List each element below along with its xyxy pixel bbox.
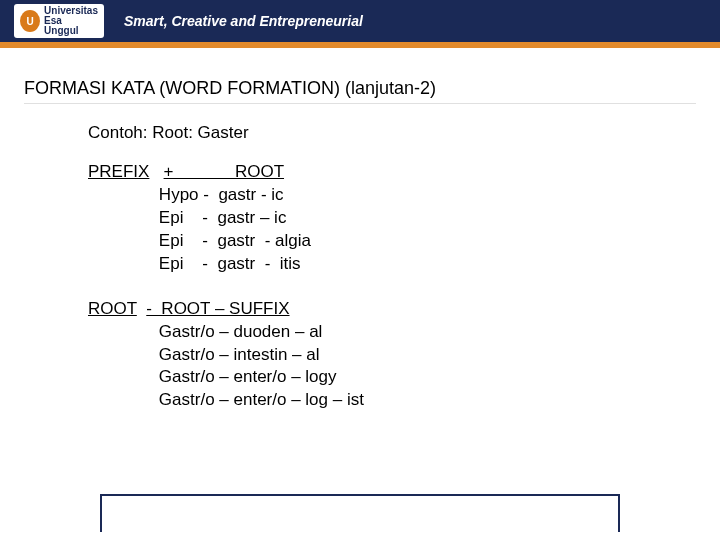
tagline-text: Smart, Creative and Entrepreneurial — [124, 13, 363, 29]
header-bar: U Universitas Esa Unggul Smart, Creative… — [0, 0, 720, 42]
university-logo: U Universitas Esa Unggul — [14, 4, 104, 38]
prefix-header-right: + ROOT — [164, 162, 284, 181]
logo-main-text: Esa Unggul — [44, 16, 98, 36]
prefix-header-left: PREFIX — [88, 162, 149, 181]
body-text: Contoh: Root: Gaster PREFIX + ROOT Hypo … — [24, 122, 696, 412]
section1-line: Epi - gastr - itis — [88, 253, 696, 276]
root-header-left: ROOT — [88, 299, 137, 318]
section1-line: Epi - gastr - algia — [88, 230, 696, 253]
section2-header: ROOT - ROOT – SUFFIX — [88, 298, 696, 321]
section1-line: Epi - gastr – ic — [88, 207, 696, 230]
root-header-right: - ROOT – SUFFIX — [146, 299, 289, 318]
section2-line: Gastr/o – intestin – al — [88, 344, 696, 367]
section2-line: Gastr/o – enter/o – logy — [88, 366, 696, 389]
section1-line: Hypo - gastr - ic — [88, 184, 696, 207]
section1-header: PREFIX + ROOT — [88, 161, 696, 184]
footer-box — [100, 494, 620, 532]
section2-line: Gastr/o – duoden – al — [88, 321, 696, 344]
prefix-root-section: PREFIX + ROOT Hypo - gastr - ic Epi - ga… — [88, 161, 696, 276]
slide-title: FORMASI KATA (WORD FORMATION) (lanjutan-… — [24, 78, 696, 104]
logo-icon: U — [20, 10, 40, 32]
section2-line: Gastr/o – enter/o – log – ist — [88, 389, 696, 412]
example-intro: Contoh: Root: Gaster — [88, 122, 696, 145]
root-suffix-section: ROOT - ROOT – SUFFIX Gastr/o – duoden – … — [88, 298, 696, 413]
slide-content: FORMASI KATA (WORD FORMATION) (lanjutan-… — [0, 48, 720, 444]
